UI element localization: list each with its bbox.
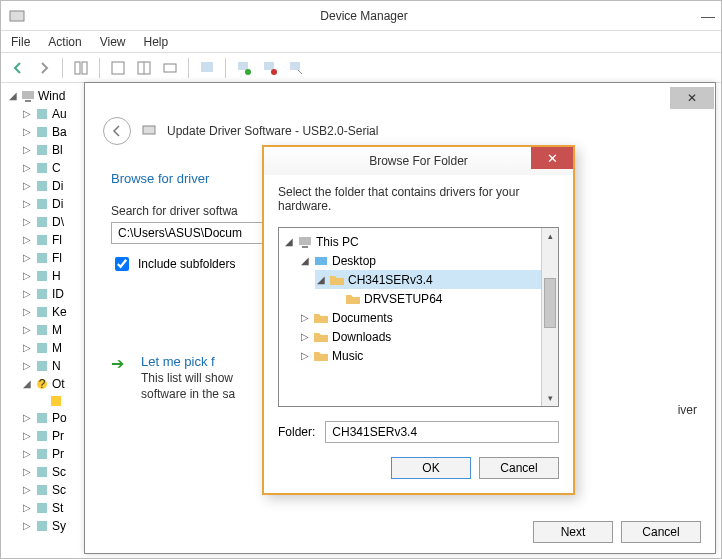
include-subfolders-checkbox[interactable]	[115, 257, 129, 271]
drvsetup-label: DRVSETUP64	[364, 292, 442, 306]
tree-item[interactable]: ▷Fl	[21, 231, 87, 249]
pick-title: Let me pick f	[141, 354, 235, 369]
tree-item[interactable]: ▷Sy	[21, 517, 87, 535]
tree-item[interactable]: ▷M	[21, 321, 87, 339]
tree-downloads[interactable]: ▷ Downloads	[299, 327, 554, 346]
next-button[interactable]: Next	[533, 521, 613, 543]
menu-file[interactable]: File	[11, 35, 30, 49]
tree-item[interactable]: ▷D\	[21, 213, 87, 231]
back-button[interactable]	[7, 57, 29, 79]
svg-rect-32	[51, 396, 61, 406]
tree-item[interactable]: ▷Ke	[21, 303, 87, 321]
svg-rect-24	[37, 271, 47, 281]
svg-rect-2	[82, 62, 87, 74]
folder-tree[interactable]: ◢ This PC ◢ Desktop ◢ CH341SERv3.4 DRVSE…	[278, 227, 559, 407]
tree-item[interactable]: ▷Di	[21, 177, 87, 195]
menubar: File Action View Help	[1, 31, 721, 53]
tree-item[interactable]: ▷Au	[21, 105, 87, 123]
scrollbar[interactable]: ▴ ▾	[541, 228, 558, 406]
svg-rect-35	[37, 449, 47, 459]
cancel-button[interactable]: Cancel	[479, 457, 559, 479]
tree-item[interactable]: ▷Di	[21, 195, 87, 213]
close-button[interactable]: ✕	[670, 87, 714, 109]
tree-item[interactable]: ▷Bl	[21, 141, 87, 159]
bff-title: Browse For Folder	[264, 154, 573, 168]
svg-rect-42	[302, 246, 308, 248]
toolbar	[1, 53, 721, 83]
tree-music[interactable]: ▷ Music	[299, 346, 554, 365]
tree-item[interactable]: ▷Sc	[21, 481, 87, 499]
tree-item[interactable]: ▷St	[21, 499, 87, 517]
tree-item[interactable]: ▷Pr	[21, 427, 87, 445]
cancel-button[interactable]: Cancel	[621, 521, 701, 543]
tree-root[interactable]: ◢ Wind	[7, 87, 87, 105]
tree-unknown-device[interactable]	[35, 393, 87, 409]
svg-rect-0	[10, 11, 24, 21]
forward-button[interactable]	[33, 57, 55, 79]
scroll-down-icon[interactable]: ▾	[542, 390, 558, 406]
tree-item[interactable]: ▷C	[21, 159, 87, 177]
svg-rect-14	[25, 100, 31, 102]
svg-rect-39	[37, 521, 47, 531]
svg-rect-28	[37, 343, 47, 353]
tree-item[interactable]: ▷Po	[21, 409, 87, 427]
downloads-label: Downloads	[332, 330, 391, 344]
ch341-label: CH341SERv3.4	[348, 273, 433, 287]
svg-rect-41	[299, 237, 311, 245]
tree-ch341[interactable]: ◢ CH341SERv3.4	[315, 270, 554, 289]
toolbar-btn-4[interactable]	[159, 57, 181, 79]
ok-button[interactable]: OK	[391, 457, 471, 479]
arrow-icon: ➔	[111, 354, 131, 401]
dm-titlebar: Device Manager ―	[1, 1, 721, 31]
app-icon	[9, 8, 25, 24]
tree-item[interactable]: ▷ID	[21, 285, 87, 303]
tree-item[interactable]: ▷Pr	[21, 445, 87, 463]
music-label: Music	[332, 349, 363, 363]
svg-rect-34	[37, 431, 47, 441]
tree-other-devices[interactable]: ◢? Ot	[21, 375, 87, 393]
tree-item[interactable]: ▷H	[21, 267, 87, 285]
svg-rect-23	[37, 253, 47, 263]
tree-item[interactable]: ▷Fl	[21, 249, 87, 267]
tree-item[interactable]: ▷Sc	[21, 463, 87, 481]
svg-rect-40	[143, 126, 155, 134]
update-driver-button[interactable]	[285, 57, 307, 79]
window-title: Device Manager	[33, 9, 695, 23]
svg-rect-37	[37, 485, 47, 495]
toolbar-btn-5[interactable]	[196, 57, 218, 79]
tree-item[interactable]: ▷Ba	[21, 123, 87, 141]
svg-rect-36	[37, 467, 47, 477]
scroll-thumb[interactable]	[544, 278, 556, 328]
tree-desktop[interactable]: ◢ Desktop	[299, 251, 554, 270]
svg-rect-8	[238, 62, 248, 70]
device-tree[interactable]: ◢ Wind ▷Au▷Ba▷Bl▷C▷Di▷Di▷D\▷Fl▷Fl▷H▷ID▷K…	[7, 87, 87, 552]
svg-rect-43	[315, 257, 327, 265]
back-button[interactable]	[103, 117, 131, 145]
tree-this-pc[interactable]: ◢ This PC	[283, 232, 554, 251]
close-button[interactable]: ✕	[531, 147, 573, 169]
svg-rect-6	[164, 64, 176, 72]
scroll-up-icon[interactable]: ▴	[542, 228, 558, 244]
minimize-button[interactable]: ―	[695, 8, 721, 24]
upd-titlebar: ✕	[85, 83, 715, 113]
include-subfolders-label: Include subfolders	[138, 257, 235, 271]
svg-rect-12	[290, 62, 300, 70]
tree-drvsetup[interactable]: DRVSETUP64	[331, 289, 554, 308]
toolbar-btn-2[interactable]	[107, 57, 129, 79]
svg-rect-26	[37, 307, 47, 317]
scan-hardware-button[interactable]	[233, 57, 255, 79]
menu-help[interactable]: Help	[144, 35, 169, 49]
menu-action[interactable]: Action	[48, 35, 81, 49]
tree-item[interactable]: ▷N	[21, 357, 87, 375]
toolbar-btn-3[interactable]	[133, 57, 155, 79]
svg-rect-33	[37, 413, 47, 423]
folder-input[interactable]	[325, 421, 559, 443]
toolbar-btn-1[interactable]	[70, 57, 92, 79]
svg-rect-25	[37, 289, 47, 299]
tree-documents[interactable]: ▷ Documents	[299, 308, 554, 327]
tree-item[interactable]: ▷M	[21, 339, 87, 357]
svg-rect-29	[37, 361, 47, 371]
svg-rect-18	[37, 163, 47, 173]
menu-view[interactable]: View	[100, 35, 126, 49]
uninstall-button[interactable]	[259, 57, 281, 79]
